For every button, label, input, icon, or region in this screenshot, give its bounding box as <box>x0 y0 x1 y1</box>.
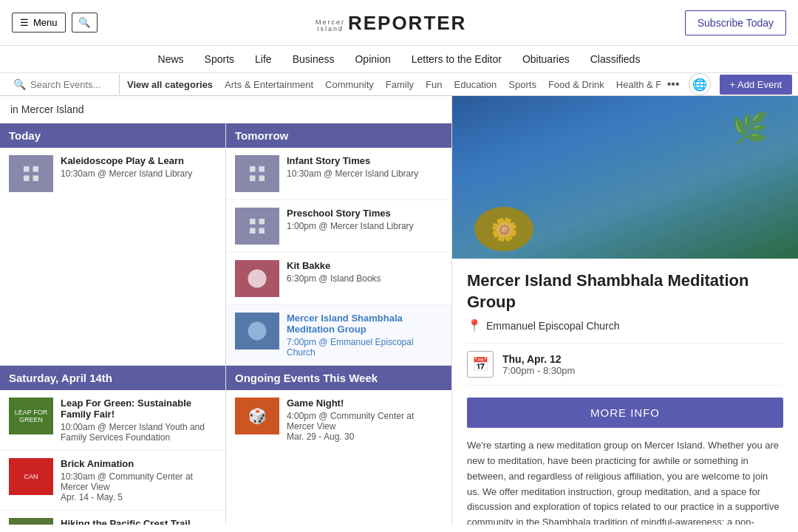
tomorrow-column: Tomorrow Infant Story Times 10:30am @ Me… <box>226 123 451 365</box>
event-title-kaleidoscope[interactable]: Kaleidoscope Play & Learn <box>61 155 216 166</box>
ongoing-header: Ongoing Events This Week <box>226 366 451 390</box>
event-info-infant: Infant Story Times 10:30am @ Mercer Isla… <box>287 155 443 179</box>
event-time-kaleidoscope: 10:30am @ Mercer Island Library <box>61 168 216 179</box>
event-time-leap: 10:00am @ Mercer Island Youth and Family… <box>61 422 216 443</box>
nav-opinion[interactable]: Opinion <box>355 53 390 65</box>
saturday-ongoing-columns: Saturday, April 14th LEAP FOR GREEN Leap… <box>0 366 451 525</box>
more-info-button[interactable]: MORE INFO <box>467 398 783 428</box>
detail-panel: 🌼 🌿 Mercer Island Shambhala Meditation G… <box>452 96 798 525</box>
detail-title: Mercer Island Shambhala Meditation Group <box>467 270 783 313</box>
saturday-column: Saturday, April 14th LEAP FOR GREEN Leap… <box>0 366 226 525</box>
tomorrow-header: Tomorrow <box>226 123 451 148</box>
events-search-icon: 🔍 <box>13 78 26 90</box>
placeholder-icon <box>246 267 268 290</box>
event-thumb-shambhala <box>235 313 279 349</box>
event-title-infant[interactable]: Infant Story Times <box>287 155 443 166</box>
cat-fun[interactable]: Fun <box>426 79 442 90</box>
nav-news[interactable]: News <box>158 53 184 65</box>
detail-date: Thu, Apr. 12 <box>502 353 575 365</box>
event-info-kaleidoscope: Kaleidoscope Play & Learn 10:30am @ Merc… <box>61 155 216 179</box>
globe-button[interactable]: 🌐 <box>689 73 711 95</box>
cat-food[interactable]: Food & Drink <box>548 79 604 90</box>
event-info-kit: Kit Bakke 6:30pm @ Island Books <box>287 260 443 284</box>
event-hiking: 🏔️ Hiking the Pacific Crest Trail 1:00pm… <box>0 511 225 525</box>
main-nav: News Sports Life Business Opinion Letter… <box>0 46 798 73</box>
saturday-header: Saturday, April 14th <box>0 366 225 390</box>
location-bar: in Mercer Island <box>0 96 451 123</box>
detail-location-row: 📍 Emmanuel Episcopal Church <box>467 318 783 332</box>
detail-content: Mercer Island Shambhala Meditation Group… <box>452 259 798 525</box>
cat-education[interactable]: Education <box>454 79 497 90</box>
event-title-game-night[interactable]: Game Night! <box>287 398 443 409</box>
event-shambhala: Mercer Island Shambhala Meditation Group… <box>226 305 451 365</box>
location-text: in Mercer Island <box>10 103 84 115</box>
detail-description: We're starting a new meditation group on… <box>467 438 783 525</box>
today-column: Today Kaleidoscope Play & Learn 10:30am … <box>0 123 226 365</box>
nav-business[interactable]: Business <box>293 53 335 65</box>
event-title-hiking[interactable]: Hiking the Pacific Crest Trail <box>61 518 216 525</box>
event-game-night: 🎲 Game Night! 4:00pm @ Community Center … <box>226 390 451 449</box>
event-thumb-kaleidoscope <box>9 155 53 192</box>
cat-community[interactable]: Community <box>325 79 374 90</box>
nav-obituaries[interactable]: Obituaries <box>522 53 570 65</box>
event-time-preschool: 1:00pm @ Mercer Island Library <box>287 221 443 231</box>
nav-life[interactable]: Life <box>255 53 272 65</box>
event-title-leap[interactable]: Leap For Green: Sustainable Family Fair! <box>61 398 216 420</box>
cat-health[interactable]: Health & Fitness <box>616 79 661 90</box>
event-time-kit: 6:30pm @ Island Books <box>287 273 443 284</box>
event-time-brick: 10:30am @ Community Center at Mercer Vie… <box>61 471 216 492</box>
subscribe-button[interactable]: Subscribe Today <box>685 10 786 35</box>
detail-location-text: Emmanuel Episcopal Church <box>486 320 620 332</box>
header-left: ☰ Menu 🔍 <box>12 13 98 33</box>
cat-family[interactable]: Family <box>386 79 414 90</box>
detail-date-row: 📅 Thu, Apr. 12 7:00pm - 8:30pm <box>467 343 783 386</box>
placeholder-icon <box>20 163 42 185</box>
event-title-brick[interactable]: Brick Animation <box>61 458 216 469</box>
cat-view-all[interactable]: View all categories <box>127 79 213 90</box>
events-search-container: 🔍 <box>6 74 120 95</box>
event-info-preschool: Preschool Story Times 1:00pm @ Mercer Is… <box>287 208 443 231</box>
add-event-button[interactable]: + Add Event <box>720 75 792 95</box>
nav-letters[interactable]: Letters to the Editor <box>412 53 502 65</box>
search-button[interactable]: 🔍 <box>72 13 98 33</box>
menu-icon: ☰ <box>20 17 29 28</box>
event-brick: CAN Brick Animation 10:30am @ Community … <box>0 451 225 511</box>
event-thumb-kit <box>235 260 279 297</box>
nav-classifieds[interactable]: Classifieds <box>590 53 641 65</box>
search-input[interactable] <box>30 79 112 90</box>
events-panel: in Mercer Island Today Kaleidoscope Play… <box>0 96 452 525</box>
more-categories-button[interactable]: ••• <box>661 75 686 94</box>
search-icon: 🔍 <box>78 17 91 28</box>
event-info-game-night: Game Night! 4:00pm @ Community Center at… <box>287 398 443 442</box>
event-date-brick: Apr. 14 - May. 5 <box>61 492 216 502</box>
event-thumb-infant <box>235 155 279 192</box>
cat-arts[interactable]: Arts & Entertainment <box>225 79 313 90</box>
detail-time: 7:00pm - 8:30pm <box>502 365 575 376</box>
event-thumb-hiking: 🏔️ <box>9 518 53 525</box>
calendar-icon: 📅 <box>467 351 494 378</box>
nav-sports[interactable]: Sports <box>205 53 234 65</box>
event-info-leap: Leap For Green: Sustainable Family Fair!… <box>61 398 216 443</box>
event-thumb-game-night: 🎲 <box>235 398 279 434</box>
menu-button[interactable]: ☰ Menu <box>12 13 66 33</box>
event-time-shambhala: 7:00pm @ Emmanuel Episcopal Church <box>287 337 443 358</box>
cat-sports[interactable]: Sports <box>508 79 536 90</box>
events-bar: 🔍 View all categories Arts & Entertainme… <box>0 73 798 96</box>
event-time-game-night: 4:00pm @ Community Center at Mercer View <box>287 411 443 432</box>
logo-reporter: REPORTER <box>348 13 466 33</box>
today-tomorrow-columns: Today Kaleidoscope Play & Learn 10:30am … <box>0 123 451 366</box>
event-title-preschool[interactable]: Preschool Story Times <box>287 208 443 219</box>
main-content: in Mercer Island Today Kaleidoscope Play… <box>0 96 798 525</box>
logo[interactable]: Mercer Island REPORTER <box>324 6 457 39</box>
event-title-kit[interactable]: Kit Bakke <box>287 260 443 271</box>
event-title-shambhala[interactable]: Mercer Island Shambhala Meditation Group <box>287 313 443 335</box>
placeholder-icon <box>246 320 268 342</box>
header: ☰ Menu 🔍 Mercer Island REPORTER Subscrib… <box>0 0 798 46</box>
event-kaleidoscope: Kaleidoscope Play & Learn 10:30am @ Merc… <box>0 148 225 200</box>
event-info-hiking: Hiking the Pacific Crest Trail 1:00pm @ … <box>61 518 216 525</box>
event-thumb-brick: CAN <box>9 458 53 495</box>
detail-date-info: Thu, Apr. 12 7:00pm - 8:30pm <box>502 353 575 376</box>
logo-island: Island <box>317 26 344 33</box>
event-info-brick: Brick Animation 10:30am @ Community Cent… <box>61 458 216 502</box>
detail-image: 🌼 🌿 <box>452 96 798 259</box>
